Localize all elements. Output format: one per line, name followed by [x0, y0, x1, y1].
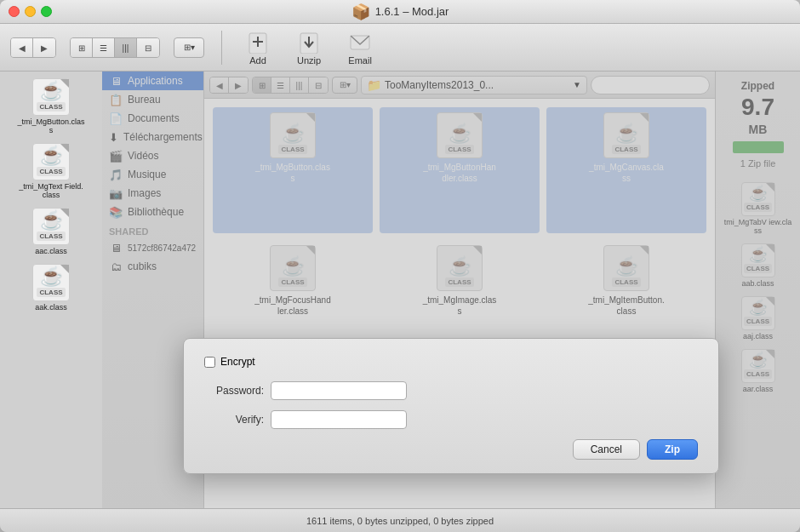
view-buttons[interactable]: ⊞ ☰ ||| ⊟ — [70, 37, 160, 58]
cancel-button[interactable]: Cancel — [573, 439, 640, 460]
password-input[interactable] — [271, 381, 407, 400]
statusbar: 1611 items, 0 bytes unzipped, 0 bytes zi… — [0, 508, 800, 532]
unzip-icon — [297, 30, 321, 54]
window-title: 📦 1.6.1 – Mod.jar — [351, 3, 449, 21]
list-item[interactable]: ☕ CLASS _tmi_MgText Field.class — [3, 143, 99, 199]
add-icon — [246, 30, 270, 54]
arrange-btn[interactable]: ⊞▾ — [174, 37, 204, 58]
encrypt-label: Encrypt — [220, 356, 255, 368]
forward-arrow[interactable]: ▶ — [33, 38, 55, 58]
list-item[interactable]: ☕ CLASS aak.class — [3, 264, 99, 312]
password-row: Password: — [204, 381, 698, 400]
view-icon-btn[interactable]: ⊞ — [71, 38, 93, 58]
left-file-strip: ☕ CLASS _tmi_MgButton.class ☕ CLASS _tmi… — [0, 72, 102, 508]
email-label: Email — [348, 55, 372, 66]
minimize-button[interactable] — [25, 6, 36, 17]
maximize-button[interactable] — [41, 6, 52, 17]
encrypt-dialog: Encrypt Password: Verify: Cancel Zip — [183, 338, 719, 474]
toolbar: ◀ ▶ ⊞ ☰ ||| ⊟ ⊞▾ Add — [0, 24, 800, 72]
verify-row: Verify: — [204, 410, 698, 429]
statusbar-text: 1611 items, 0 bytes unzipped, 0 bytes zi… — [306, 516, 494, 526]
unzip-button[interactable]: Unzip — [290, 26, 328, 69]
zip-button[interactable]: Zip — [647, 439, 698, 460]
view-list-btn[interactable]: ☰ — [93, 38, 115, 58]
add-label: Add — [249, 55, 266, 66]
verify-label: Verify: — [204, 414, 264, 426]
list-item[interactable]: ☕ CLASS aac.class — [3, 208, 99, 255]
window-controls[interactable] — [9, 6, 52, 17]
titlebar: 📦 1.6.1 – Mod.jar — [0, 0, 800, 24]
nav-arrows[interactable]: ◀ ▶ — [10, 37, 56, 58]
list-item[interactable]: ☕ CLASS _tmi_MgButton.class — [3, 78, 99, 134]
unzip-label: Unzip — [297, 55, 321, 66]
back-arrow[interactable]: ◀ — [11, 38, 33, 58]
dialog-overlay: Encrypt Password: Verify: Cancel Zip — [102, 72, 800, 508]
verify-input[interactable] — [271, 410, 407, 429]
encrypt-row: Encrypt — [204, 356, 698, 368]
view-coverflow-btn[interactable]: ⊟ — [137, 38, 159, 58]
dialog-actions: Cancel Zip — [204, 439, 698, 460]
add-button[interactable]: Add — [239, 26, 277, 69]
toolbar-separator — [221, 31, 222, 65]
email-button[interactable]: Email — [341, 26, 379, 69]
email-icon — [348, 30, 372, 54]
encrypt-checkbox[interactable] — [204, 357, 215, 368]
password-label: Password: — [204, 385, 264, 397]
close-button[interactable] — [9, 6, 20, 17]
main-window: 📦 1.6.1 – Mod.jar ◀ ▶ ⊞ ☰ ||| ⊟ ⊞▾ — [0, 0, 800, 532]
view-column-btn[interactable]: ||| — [115, 38, 137, 58]
